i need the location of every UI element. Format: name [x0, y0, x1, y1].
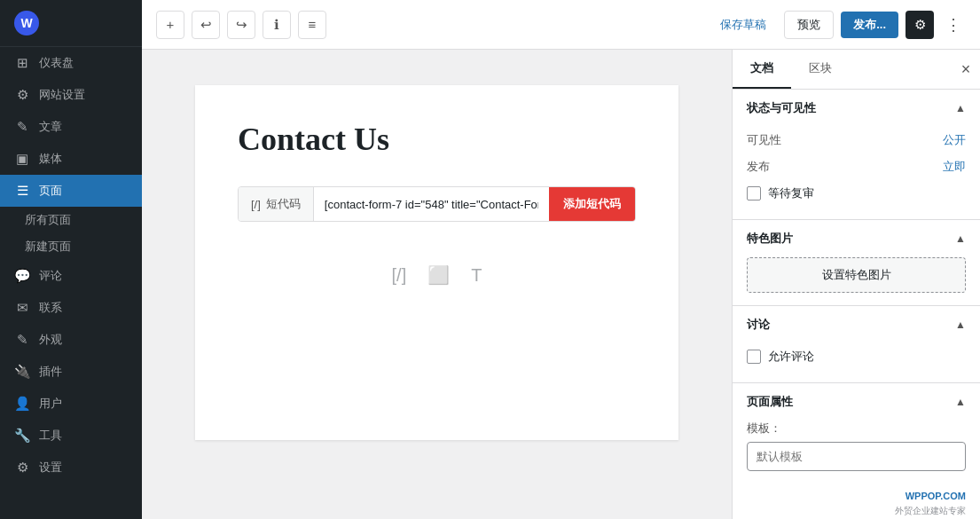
sidebar-item-label: 工具 — [39, 428, 62, 444]
settings-icon: ⚙ — [14, 460, 30, 476]
posts-icon: ✎ — [14, 119, 30, 135]
contact-icon: ✉ — [14, 300, 30, 316]
image-insert-icon[interactable]: ⬜ — [427, 264, 450, 286]
section-status-header[interactable]: 状态与可见性 ▲ — [733, 90, 980, 127]
sidebar-item-comments[interactable]: 💬 评论 — [0, 260, 142, 292]
chevron-up-icon-fi: ▲ — [955, 232, 966, 245]
section-status-body: 可见性 公开 发布 立即 等待复审 — [733, 127, 980, 219]
section-discussion-body: 允许评论 — [733, 343, 980, 382]
shortcode-icon: [/] — [251, 198, 261, 211]
publish-button[interactable]: 发布... — [841, 12, 898, 38]
plugins-icon: 🔌 — [14, 364, 30, 380]
pending-review-row: 等待复审 — [747, 180, 966, 207]
site-settings-icon: ⚙ — [14, 87, 30, 103]
sidebar-item-contact[interactable]: ✉ 联系 — [0, 292, 142, 324]
redo-button[interactable]: ↪ — [227, 11, 255, 39]
sidebar-item-label: 外观 — [39, 332, 62, 348]
undo-button[interactable]: ↩ — [192, 11, 220, 39]
sidebar-item-site-settings[interactable]: ⚙ 网站设置 — [0, 79, 142, 111]
template-label: 模板： — [747, 421, 966, 436]
panel-close-button[interactable]: × — [952, 55, 980, 83]
info-icon: ℹ — [274, 17, 279, 33]
info-button[interactable]: ℹ — [263, 11, 291, 39]
visibility-value[interactable]: 公开 — [943, 132, 966, 148]
chevron-up-icon: ▲ — [955, 102, 966, 114]
panel-tabs: 文档 区块 × — [733, 50, 980, 90]
top-toolbar: + ↩ ↪ ℹ ≡ 保存草稿 预览 发布... ⚙ ⋮ — [142, 0, 980, 50]
sidebar-item-media[interactable]: ▣ 媒体 — [0, 143, 142, 175]
undo-icon: ↩ — [200, 17, 212, 33]
save-draft-button[interactable]: 保存草稿 — [710, 12, 777, 38]
shortcode-insert-icon[interactable]: [/] — [392, 265, 407, 286]
tab-block[interactable]: 区块 — [791, 50, 850, 89]
list-icon: ≡ — [309, 17, 317, 32]
sidebar-item-label: 设置 — [39, 460, 62, 476]
section-featured-image-title: 特色图片 — [747, 231, 793, 247]
sidebar-item-appearance[interactable]: ✎ 外观 — [0, 324, 142, 356]
pages-icon: ☰ — [14, 183, 30, 199]
editor-content: Contact Us [/] 短代码 添加短代码 [/] ⬜ T — [195, 85, 678, 440]
sidebar-item-label: 媒体 — [39, 151, 62, 167]
new-page-label: 新建页面 — [25, 239, 71, 255]
sidebar-item-settings[interactable]: ⚙ 设置 — [0, 452, 142, 484]
wppop-sub: 外贸企业建站专家 — [733, 505, 980, 519]
gear-icon: ⚙ — [914, 17, 926, 33]
publish-row: 发布 立即 — [747, 153, 966, 180]
text-insert-icon[interactable]: T — [471, 265, 482, 286]
section-page-attributes-body: 模板： — [733, 421, 980, 484]
main-wrapper: + ↩ ↪ ℹ ≡ 保存草稿 预览 发布... ⚙ ⋮ Contact Us — [142, 0, 980, 519]
add-block-button[interactable]: + — [156, 11, 184, 39]
more-options-button[interactable]: ⋮ — [941, 12, 966, 37]
preview-button[interactable]: 预览 — [784, 11, 834, 39]
comments-icon: 💬 — [14, 268, 30, 284]
publish-value[interactable]: 立即 — [943, 159, 966, 175]
shortcode-input[interactable] — [314, 189, 549, 220]
chevron-up-icon-disc: ▲ — [955, 318, 966, 331]
shortcode-block: [/] 短代码 添加短代码 — [238, 186, 636, 222]
sidebar-item-label: 联系 — [39, 300, 62, 316]
sidebar-item-plugins[interactable]: 🔌 插件 — [0, 356, 142, 388]
sidebar-item-label: 用户 — [39, 396, 62, 412]
section-status-title: 状态与可见性 — [747, 100, 816, 116]
list-view-button[interactable]: ≡ — [298, 11, 326, 39]
add-shortcode-button[interactable]: 添加短代码 — [549, 187, 635, 221]
add-icon: + — [167, 17, 175, 32]
content-area: Contact Us [/] 短代码 添加短代码 [/] ⬜ T — [142, 50, 980, 519]
section-discussion-header[interactable]: 讨论 ▲ — [733, 306, 980, 343]
sidebar-item-dashboard[interactable]: ⊞ 仪表盘 — [0, 47, 142, 79]
allow-comments-checkbox[interactable] — [747, 350, 761, 364]
section-featured-image-header[interactable]: 特色图片 ▲ — [733, 220, 980, 257]
sidebar-item-label: 插件 — [39, 364, 62, 380]
sidebar-sub-all-pages[interactable]: 所有页面 — [0, 207, 142, 233]
wppop-brand: WPPOP.COM — [733, 484, 980, 505]
template-input[interactable] — [747, 442, 966, 471]
appearance-icon: ✎ — [14, 332, 30, 348]
visibility-row: 可见性 公开 — [747, 127, 966, 153]
users-icon: 👤 — [14, 396, 30, 412]
all-pages-label: 所有页面 — [25, 212, 71, 228]
settings-button[interactable]: ⚙ — [906, 11, 934, 39]
section-discussion-title: 讨论 — [747, 317, 770, 333]
section-page-attributes-title: 页面属性 — [747, 394, 793, 410]
redo-icon: ↪ — [236, 17, 247, 33]
section-page-attributes-header[interactable]: 页面属性 ▲ — [733, 383, 980, 421]
sidebar-sub-new-page[interactable]: 新建页面 — [0, 233, 142, 260]
shortcode-label-text: 短代码 — [266, 196, 301, 212]
section-featured-image-body: 设置特色图片 — [733, 257, 980, 305]
sidebar-item-posts[interactable]: ✎ 文章 — [0, 111, 142, 143]
sidebar-item-pages[interactable]: ☰ 页面 — [0, 175, 142, 207]
publish-label: 发布 — [747, 159, 770, 175]
chevron-up-icon-pa: ▲ — [955, 396, 966, 408]
sidebar-item-label: 网站设置 — [39, 87, 85, 103]
sidebar-item-label: 文章 — [39, 119, 62, 135]
more-icon: ⋮ — [945, 15, 961, 35]
tab-document[interactable]: 文档 — [733, 50, 791, 89]
pending-review-checkbox[interactable] — [747, 186, 761, 201]
media-icon: ▣ — [14, 151, 30, 167]
block-insert-area: [/] ⬜ T — [238, 243, 636, 307]
sidebar-item-tools[interactable]: 🔧 工具 — [0, 420, 142, 452]
sidebar-item-label: 仪表盘 — [39, 55, 74, 71]
page-title[interactable]: Contact Us — [238, 121, 636, 158]
set-featured-image-button[interactable]: 设置特色图片 — [747, 257, 966, 293]
sidebar-item-users[interactable]: 👤 用户 — [0, 388, 142, 420]
